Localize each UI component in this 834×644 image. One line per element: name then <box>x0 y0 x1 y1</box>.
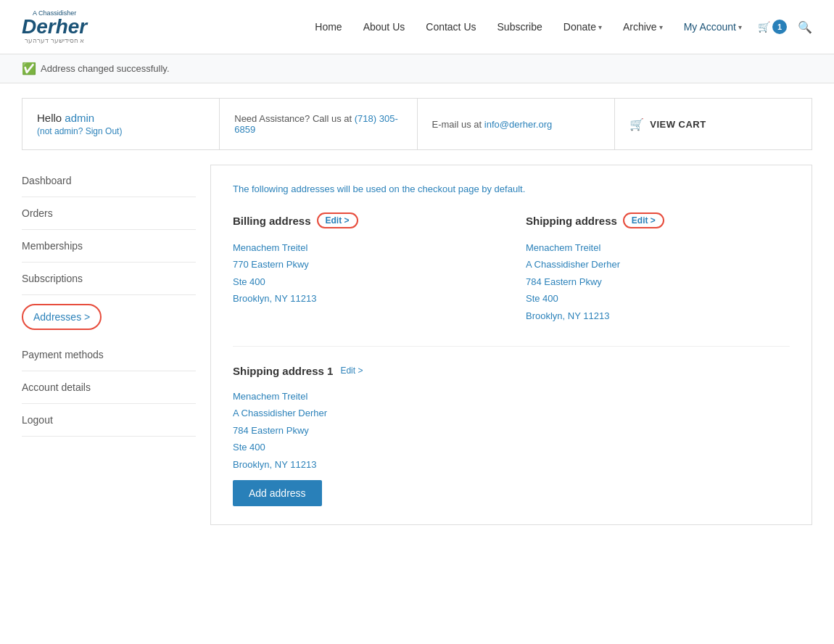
search-icon[interactable]: 🔍 <box>798 20 812 34</box>
sidebar-item-account-details[interactable]: Account details <box>22 371 196 404</box>
billing-line-3: Brooklyn, NY 11213 <box>233 290 497 307</box>
email-text: E-mail us at info@derher.org <box>432 119 553 130</box>
shipping1-line-0: Menachem Treitel <box>233 388 790 405</box>
shipping-title: Shipping address Edit > <box>526 212 790 228</box>
billing-address-col: Billing address Edit > Menachem Treitel … <box>233 212 497 324</box>
nav-contact[interactable]: Contact Us <box>417 21 484 33</box>
email-link[interactable]: info@derher.org <box>484 119 552 130</box>
addresses-grid: Billing address Edit > Menachem Treitel … <box>233 212 790 324</box>
assist-text: Need Assistance? Call us at (718) 305-68… <box>234 113 402 135</box>
shipping-line-1: A Chassidisher Derher <box>526 256 790 273</box>
main-layout: Dashboard Orders Memberships Subscriptio… <box>22 165 812 525</box>
account-chevron-icon: ▾ <box>738 23 742 31</box>
view-cart-label: VIEW CART <box>650 119 706 130</box>
shipping-line-4: Brooklyn, NY 11213 <box>526 307 790 324</box>
donate-chevron-icon: ▾ <box>598 23 602 31</box>
view-cart-icon: 🛒 <box>629 117 645 131</box>
view-cart-cell[interactable]: 🛒 VIEW CART <box>615 99 812 149</box>
hello-cell: Hello admin (not admin? Sign Out) <box>22 99 220 149</box>
billing-line-1: 770 Eastern Pkwy <box>233 256 497 273</box>
email-cell: E-mail us at info@derher.org <box>418 99 615 149</box>
nav-about[interactable]: About Us <box>355 21 414 33</box>
sidebar-item-dashboard[interactable]: Dashboard <box>22 165 196 197</box>
shipping1-line-3: Ste 400 <box>233 439 790 455</box>
billing-line-2: Ste 400 <box>233 273 497 290</box>
sidebar: Dashboard Orders Memberships Subscriptio… <box>22 165 196 525</box>
nav-archive[interactable]: Archive ▾ <box>614 21 672 33</box>
cart-icon: 🛒 <box>758 21 770 33</box>
cart-button[interactable]: 🛒 1 <box>758 20 787 34</box>
billing-line-0: Menachem Treitel <box>233 239 497 256</box>
nav-account[interactable]: My Account ▾ <box>675 21 751 33</box>
content-area: The following addresses will be used on … <box>210 165 812 525</box>
assistance-cell: Need Assistance? Call us at (718) 305-68… <box>220 99 417 149</box>
notice-bar: ✅ Address changed successfully. <box>0 54 834 83</box>
shipping1-line-1: A Chassidisher Derher <box>233 405 790 421</box>
shipping-line-2: 784 Eastern Pkwy <box>526 273 790 290</box>
divider <box>233 346 790 347</box>
shipping-edit-link[interactable]: Edit > <box>623 212 664 228</box>
sidebar-item-orders[interactable]: Orders <box>22 197 196 230</box>
nav-donate[interactable]: Donate ▾ <box>555 21 611 33</box>
logo-main: Derher <box>22 17 87 37</box>
billing-edit-link[interactable]: Edit > <box>317 212 358 228</box>
cart-badge: 1 <box>772 20 787 34</box>
shipping1-line-2: 784 Eastern Pkwy <box>233 422 790 439</box>
billing-title: Billing address Edit > <box>233 212 497 228</box>
hello-text: Hello admin <box>37 112 122 124</box>
sidebar-item-memberships[interactable]: Memberships <box>22 230 196 263</box>
sign-out-link[interactable]: (not admin? Sign Out) <box>37 126 122 136</box>
notice-message: Address changed successfully. <box>41 63 170 74</box>
archive-chevron-icon: ▾ <box>659 23 663 31</box>
sidebar-item-payment[interactable]: Payment methods <box>22 339 196 371</box>
shipping1-line-4: Brooklyn, NY 11213 <box>233 456 790 473</box>
shipping1-title: Shipping address 1 Edit > <box>233 365 790 377</box>
shipping1-section: Shipping address 1 Edit > Menachem Treit… <box>233 365 790 473</box>
sidebar-item-logout[interactable]: Logout <box>22 404 196 437</box>
address-intro: The following addresses will be used on … <box>233 183 790 194</box>
sidebar-item-addresses[interactable]: Addresses > <box>22 304 102 330</box>
nav-home[interactable]: Home <box>306 21 350 33</box>
account-info-bar: Hello admin (not admin? Sign Out) Need A… <box>22 98 812 150</box>
logo-hebrew: א חסידישער דערהער <box>22 37 87 44</box>
success-icon: ✅ <box>22 62 36 75</box>
view-cart-link[interactable]: 🛒 VIEW CART <box>629 117 706 131</box>
add-address-button[interactable]: Add address <box>233 480 322 506</box>
sidebar-item-subscriptions[interactable]: Subscriptions <box>22 263 196 295</box>
site-header: A Chassidisher Derher א חסידישער דערהער … <box>0 0 834 54</box>
main-nav: Home About Us Contact Us Subscribe Donat… <box>306 21 751 33</box>
logo[interactable]: A Chassidisher Derher א חסידישער דערהער <box>22 9 87 44</box>
shipping-line-3: Ste 400 <box>526 290 790 307</box>
username: admin <box>65 112 94 124</box>
shipping-address-col: Shipping address Edit > Menachem Treitel… <box>526 212 790 324</box>
nav-subscribe[interactable]: Subscribe <box>489 21 551 33</box>
shipping1-edit-link[interactable]: Edit > <box>340 366 363 376</box>
shipping-line-0: Menachem Treitel <box>526 239 790 256</box>
